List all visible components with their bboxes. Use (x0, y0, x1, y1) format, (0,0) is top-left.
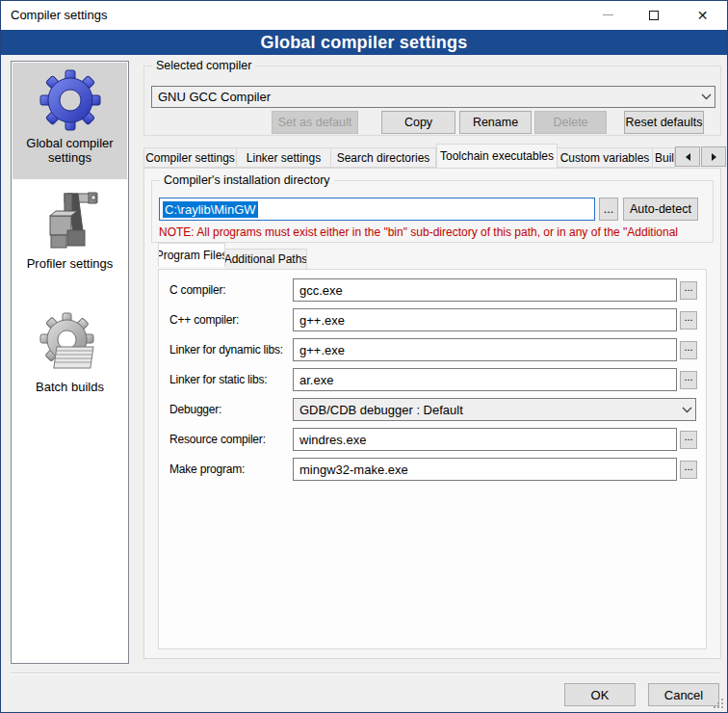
sidebar-item-global-compiler-settings[interactable]: Global compiler settings (13, 63, 127, 179)
minimize-icon (603, 14, 613, 15)
button-label: ... (684, 372, 692, 382)
tab-linker-settings[interactable]: Linker settings (237, 147, 331, 168)
tab-scroll-left-button[interactable] (675, 146, 700, 167)
caliper-icon (39, 189, 102, 252)
button-label: ... (684, 282, 692, 292)
minimize-button[interactable] (585, 1, 630, 29)
combobox-value: GDB/CDB debugger : Default (294, 403, 678, 417)
title-bar: Compiler settings ✕ (1, 1, 727, 30)
selected-text: C:\raylib\MinGW (163, 201, 258, 218)
button-label: Rename (473, 116, 518, 129)
group-label: Selected compiler (152, 59, 255, 72)
debugger-combobox[interactable]: GDB/CDB debugger : Default (293, 398, 696, 421)
browse-make-program-button[interactable]: ... (680, 461, 697, 479)
browse-directory-button[interactable]: ... (599, 198, 618, 221)
resize-grip[interactable] (713, 698, 724, 709)
selected-compiler-combobox[interactable]: GNU GCC Compiler (151, 86, 715, 108)
browse-linker-static-button[interactable]: ... (680, 371, 697, 389)
field-label: Make program: (169, 462, 245, 476)
make-program-input[interactable] (293, 458, 677, 481)
close-button[interactable]: ✕ (678, 1, 727, 29)
button-label: Delete (553, 116, 587, 129)
compiler-settings-dialog: Compiler settings ✕ Global compiler sett… (0, 0, 728, 713)
combobox-value: GNU GCC Compiler (152, 90, 697, 104)
program-files-tab-bar: Program Files Additional Paths (158, 247, 307, 270)
tab-scroll-right-button[interactable] (701, 146, 726, 167)
chevron-down-icon (697, 93, 715, 100)
settings-tab-bar: Compiler settings Linker settings Search… (143, 147, 675, 168)
cpp-compiler-input[interactable] (293, 308, 677, 331)
button-label: Copy (404, 116, 432, 129)
set-as-default-button[interactable]: Set as default (272, 111, 358, 134)
sidebar-item-profiler-settings[interactable]: Profiler settings (13, 183, 127, 299)
blue-gear-icon (39, 68, 102, 132)
c-compiler-input[interactable] (293, 278, 677, 302)
tab-program-files[interactable]: Program Files (158, 243, 225, 267)
footer-separator (11, 673, 719, 674)
gray-gear-stack-icon (39, 312, 102, 376)
field-label: Linker for dynamic libs: (169, 343, 283, 356)
field-label: Resource compiler: (169, 433, 266, 446)
window-title: Compiler settings (11, 8, 107, 22)
maximize-button[interactable] (632, 1, 676, 29)
button-label: Set as default (278, 116, 351, 129)
button-label: ... (684, 432, 692, 441)
cancel-button[interactable]: Cancel (648, 683, 719, 706)
rename-button[interactable]: Rename (459, 111, 532, 134)
button-label: ... (684, 342, 692, 352)
resource-compiler-input[interactable] (293, 428, 677, 451)
field-label: C++ compiler: (169, 313, 239, 327)
delete-button[interactable]: Delete (534, 111, 607, 134)
button-label: ... (684, 312, 692, 322)
ok-button[interactable]: OK (564, 683, 636, 706)
sidebar-item-label: Global compiler settings (13, 134, 127, 171)
field-label: Debugger: (169, 403, 221, 416)
button-label: ... (684, 462, 692, 471)
chevron-down-icon (678, 407, 695, 413)
browse-cpp-compiler-button[interactable]: ... (680, 311, 697, 330)
header-band: Global compiler settings (1, 30, 727, 55)
field-label: Linker for static libs: (169, 373, 267, 386)
linker-dynamic-input[interactable] (293, 338, 677, 361)
button-label: Auto-detect (630, 202, 691, 216)
tab-toolchain-executables[interactable]: Toolchain executables (436, 144, 558, 168)
button-label: Reset defaults (626, 116, 703, 129)
installation-directory-input[interactable]: C:\raylib\MinGW (159, 198, 595, 221)
reset-defaults-button[interactable]: Reset defaults (624, 111, 704, 134)
linker-static-input[interactable] (293, 368, 677, 391)
tab-additional-paths[interactable]: Additional Paths (225, 249, 307, 270)
tab-search-directories[interactable]: Search directories (331, 147, 436, 168)
maximize-icon (649, 11, 659, 20)
group-label: Compiler's installation directory (160, 173, 334, 187)
copy-button[interactable]: Copy (381, 111, 455, 134)
button-label: OK (591, 688, 610, 702)
sidebar-item-label: Profiler settings (13, 254, 127, 277)
tab-custom-variables[interactable]: Custom variables (558, 147, 653, 168)
arrow-right-icon (712, 153, 716, 161)
tab-build-options[interactable]: Build options (653, 147, 675, 168)
browse-linker-dynamic-button[interactable]: ... (680, 341, 697, 359)
close-icon: ✕ (697, 9, 709, 22)
arrow-left-icon (686, 153, 690, 161)
settings-category-list: Global compiler settings Profiler settin… (11, 61, 129, 664)
browse-resource-compiler-button[interactable]: ... (680, 431, 697, 449)
sidebar-item-batch-builds[interactable]: Batch builds (13, 306, 127, 414)
browse-c-compiler-button[interactable]: ... (680, 281, 697, 300)
page-title: Global compiler settings (261, 33, 468, 53)
button-label: ... (604, 202, 613, 216)
button-label: Cancel (664, 688, 703, 702)
auto-detect-button[interactable]: Auto-detect (623, 198, 698, 221)
note-text: NOTE: All programs must exist either in … (159, 225, 712, 241)
field-label: C compiler: (169, 283, 225, 297)
tab-compiler-settings[interactable]: Compiler settings (143, 147, 237, 168)
sidebar-item-label: Batch builds (13, 378, 127, 400)
selected-compiler-group: Selected compiler GNU GCC Compiler Set a… (143, 66, 721, 136)
